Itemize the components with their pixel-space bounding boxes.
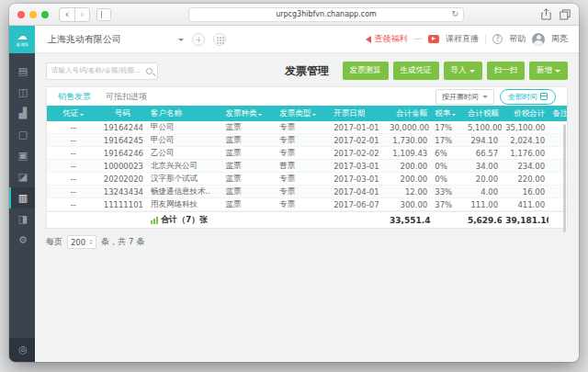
add-account-button[interactable]: [192, 33, 205, 46]
company-selector[interactable]: 上海兆动有限公司: [48, 33, 184, 46]
cell-voucher: --: [47, 149, 100, 158]
live-video-icon[interactable]: [428, 35, 439, 43]
per-page-label: 每页: [46, 236, 62, 248]
time-range-picker[interactable]: 全部时间: [500, 89, 556, 105]
sidebar-item-reports[interactable]: ▟: [9, 103, 35, 124]
time-filter-dropdown[interactable]: 按开票时间: [435, 89, 494, 105]
column-header-rate[interactable]: 税率: [431, 108, 464, 119]
funds-icon: ▢: [18, 129, 28, 141]
cell-customer: 甲公司: [145, 122, 220, 133]
nav-button-group: ‹ ›: [59, 7, 90, 22]
totals-label: 合计（7）张: [145, 214, 220, 226]
table-row[interactable]: --19164245甲公司蓝票专票2017-02-011,730.0017%29…: [47, 134, 567, 147]
refresh-icon[interactable]: ↻: [451, 9, 458, 18]
cell-total: 2,024.10: [502, 136, 548, 145]
live-link[interactable]: 课程直播: [446, 33, 479, 45]
cell-customer: 用友网络科技: [145, 199, 220, 210]
user-name[interactable]: 周亮: [551, 33, 568, 45]
table-row[interactable]: --19164246乙公司蓝票专票2017-02-021,109.436%66.…: [47, 147, 567, 160]
sort-caret-icon: [80, 114, 84, 118]
back-button[interactable]: ‹: [60, 8, 74, 21]
button-label: 生成凭证: [401, 65, 432, 76]
address-bar[interactable]: urpcg3hibfvn.chanapp.com ↻: [188, 7, 464, 22]
button-scan[interactable]: 扫一扫: [487, 62, 526, 80]
app-logo: ☁ 标准版: [9, 26, 35, 53]
table-header-row: 凭证号码客户名称发票种类发票类型开票日期合计金额税率合计税额价税合计备注: [47, 106, 567, 121]
assets-icon: ▣: [18, 150, 28, 162]
cell-amount: 30,000.00: [386, 123, 431, 132]
promo-dashes: —·: [413, 35, 422, 43]
search-input[interactable]: 请输入号码/名称/金额/税额...: [46, 62, 158, 80]
cell-customer: 乙公司: [145, 148, 220, 159]
button-add[interactable]: 新增: [529, 62, 568, 80]
help-link[interactable]: 帮助: [509, 33, 526, 45]
button-invoice-calc[interactable]: 发票测算: [343, 62, 389, 80]
cell-number: 19164244: [100, 123, 145, 132]
apps-grid-button[interactable]: [213, 33, 226, 46]
cell-total: 16.00: [502, 187, 548, 197]
close-window-button[interactable]: [17, 11, 25, 18]
sidebar-item-funds[interactable]: ▢: [9, 124, 35, 145]
cell-tax: 66.57: [464, 149, 502, 158]
cell-tax: 34.00: [464, 162, 502, 171]
tab-sales-invoice[interactable]: 销售发票: [58, 91, 91, 103]
user-avatar[interactable]: [532, 33, 545, 46]
scrollbar-thumb[interactable]: [563, 124, 566, 232]
table-row[interactable]: --10000023北京兴兴公司蓝票普票2017-03-01200.000%34…: [47, 160, 567, 173]
totals-tax: 5,629.67: [464, 216, 502, 225]
column-header-number: 号码: [100, 108, 145, 119]
ledger-icon: ◫: [18, 86, 28, 98]
sidebar-toggle-icon[interactable]: [96, 8, 111, 21]
page-title: 发票管理: [285, 63, 329, 79]
pagination: 每页 条，共 7 条: [46, 235, 568, 249]
help-icon[interactable]: ?: [492, 34, 503, 44]
sidebar-item-support[interactable]: ◎: [9, 338, 35, 362]
button-import[interactable]: 导入: [444, 62, 482, 80]
zoom-window-button[interactable]: [41, 11, 49, 18]
sidebar-item-tax[interactable]: ◪: [9, 166, 35, 187]
cell-amount: 200.00: [386, 162, 431, 171]
main-content: 请输入号码/名称/金额/税额... 发票管理 发票测算生成凭证导入扫一扫新增 销…: [35, 53, 579, 362]
column-header-kind[interactable]: 发票种类: [220, 108, 274, 119]
time-range-label: 全部时间: [508, 92, 537, 102]
toolbar: 请输入号码/名称/金额/税额... 发票管理 发票测算生成凭证导入扫一扫新增: [46, 60, 568, 82]
tabs-overview-icon[interactable]: [560, 9, 571, 20]
column-header-voucher[interactable]: 凭证: [47, 108, 100, 119]
stepper-arrows[interactable]: [89, 238, 93, 246]
cell-voucher: --: [47, 175, 100, 184]
sidebar-item-settings[interactable]: ⚙: [9, 230, 35, 251]
sidebar-item-ledger[interactable]: ◫: [9, 82, 35, 103]
sidebar-item-journal[interactable]: ▤: [9, 61, 35, 82]
cell-amount: 1,109.43: [386, 149, 431, 158]
cell-date: 2017-04-01: [328, 187, 386, 197]
url-text: urpcg3hibfvn.chanapp.com: [276, 10, 377, 18]
sidebar-item-salary[interactable]: ◨: [9, 209, 35, 230]
share-icon[interactable]: [541, 8, 551, 20]
table-row[interactable]: --20202020汉字那个试试蓝票专票2017-03-01200.000%20…: [47, 173, 567, 186]
forward-button[interactable]: ›: [74, 8, 89, 21]
salary-icon: ◨: [18, 213, 28, 225]
column-header-type[interactable]: 发票类型: [274, 108, 328, 119]
button-generate-voucher[interactable]: 生成凭证: [393, 62, 439, 80]
sidebar-item-invoice[interactable]: ▥: [9, 187, 35, 209]
button-label: 发票测算: [350, 65, 381, 76]
sidebar-item-assets[interactable]: ▣: [9, 145, 35, 166]
table-row[interactable]: --19164244甲公司蓝票专票2017-01-0130,000.0017%5…: [47, 121, 567, 134]
promo-link[interactable]: 查领福利: [362, 33, 407, 45]
cell-date: 2017-06-07: [328, 200, 386, 209]
table-row[interactable]: --11111101用友网络科技蓝票专票2017-06-07300.0037%1…: [47, 198, 567, 211]
traffic-lights: [17, 11, 49, 18]
totals-row: 合计（7）张 33,551.43 5,629.67 39,181.10: [47, 211, 567, 228]
cell-customer: 汉字那个试试: [145, 174, 220, 185]
tab-deductible-input[interactable]: 可抵扣进项: [106, 91, 147, 103]
tab-bar-right: 按开票时间 全部时间: [435, 89, 556, 105]
per-page-stepper[interactable]: [67, 235, 96, 249]
cell-kind: 蓝票: [220, 148, 274, 159]
minimize-window-button[interactable]: [29, 11, 37, 18]
per-page-input[interactable]: [68, 238, 88, 247]
cell-type: 专票: [274, 199, 328, 210]
table-row[interactable]: --13243434畅捷通信息技术..蓝票专票2017-04-0112.0033…: [47, 186, 567, 198]
cell-customer: 甲公司: [145, 135, 220, 146]
cell-kind: 蓝票: [220, 186, 274, 197]
cell-tax: 5,100.00: [464, 123, 502, 132]
